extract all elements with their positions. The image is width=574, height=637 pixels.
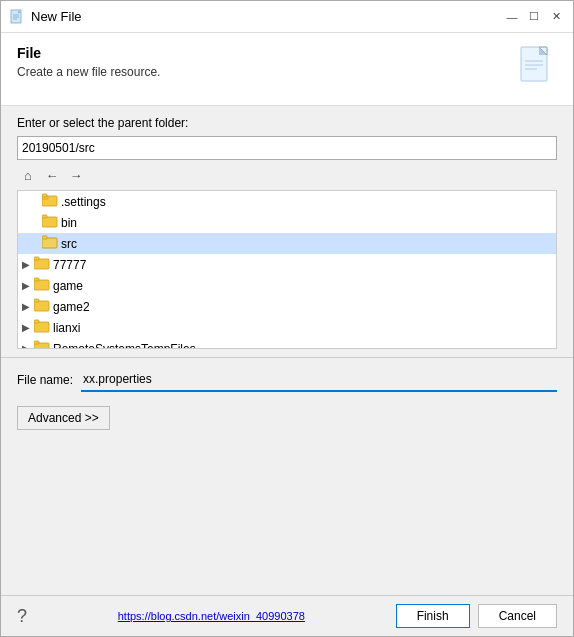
svg-rect-23 bbox=[34, 299, 39, 302]
header-description: Create a new file resource. bbox=[17, 65, 509, 79]
folder-icon-lianxi bbox=[34, 319, 50, 336]
svg-rect-18 bbox=[34, 259, 49, 269]
tree-label-lianxi: lianxi bbox=[53, 321, 80, 335]
tree-item-game[interactable]: ▶ game bbox=[18, 275, 556, 296]
home-button[interactable]: ⌂ bbox=[17, 164, 39, 186]
advanced-button[interactable]: Advanced >> bbox=[17, 406, 110, 430]
expand-icon-77777: ▶ bbox=[18, 259, 34, 270]
tree-label-settings: .settings bbox=[61, 195, 106, 209]
close-button[interactable]: ✕ bbox=[547, 8, 565, 26]
tree-item-bin[interactable]: bin bbox=[18, 212, 556, 233]
tree-label-bin: bin bbox=[61, 216, 77, 230]
svg-rect-15 bbox=[42, 215, 47, 218]
folder-label: Enter or select the parent folder: bbox=[17, 116, 557, 130]
window-icon bbox=[9, 9, 25, 25]
tree-item-remotesystems[interactable]: ▶ RemoteSystemsTempFiles bbox=[18, 338, 556, 349]
back-button[interactable]: ← bbox=[41, 164, 63, 186]
tree-item-77777[interactable]: ▶ 77777 bbox=[18, 254, 556, 275]
tree-label-src: src bbox=[61, 237, 77, 251]
forward-button[interactable]: → bbox=[65, 164, 87, 186]
maximize-button[interactable]: ☐ bbox=[525, 8, 543, 26]
tree-item-settings[interactable]: .settings bbox=[18, 191, 556, 212]
footer-buttons: Finish Cancel bbox=[396, 604, 557, 628]
svg-rect-19 bbox=[34, 257, 39, 260]
folder-icon-settings bbox=[42, 193, 58, 210]
svg-rect-17 bbox=[42, 236, 47, 239]
tree-label-game2: game2 bbox=[53, 300, 90, 314]
header-section: File Create a new file resource. bbox=[1, 33, 573, 106]
filename-section: File name: bbox=[1, 358, 573, 402]
filename-label: File name: bbox=[17, 373, 73, 387]
svg-rect-13 bbox=[42, 194, 47, 197]
tree-item-src[interactable]: src bbox=[18, 233, 556, 254]
svg-rect-21 bbox=[34, 278, 39, 281]
expand-icon-remotesystems: ▶ bbox=[18, 343, 34, 349]
header-icon bbox=[517, 45, 557, 93]
expand-icon-game: ▶ bbox=[18, 280, 34, 291]
tree-label-game: game bbox=[53, 279, 83, 293]
help-icon[interactable]: ? bbox=[17, 606, 27, 627]
spacer bbox=[1, 438, 573, 595]
svg-rect-14 bbox=[42, 217, 57, 227]
dialog-content: File Create a new file resource. Enter o… bbox=[1, 33, 573, 636]
svg-rect-22 bbox=[34, 301, 49, 311]
filename-input[interactable] bbox=[81, 368, 557, 392]
svg-rect-27 bbox=[34, 341, 39, 344]
title-bar: New File — ☐ ✕ bbox=[1, 1, 573, 33]
folder-icon-remotesystems bbox=[34, 340, 50, 349]
svg-rect-25 bbox=[34, 320, 39, 323]
advanced-section: Advanced >> bbox=[1, 402, 573, 438]
new-file-dialog: New File — ☐ ✕ File Create a new file re… bbox=[0, 0, 574, 637]
cancel-button[interactable]: Cancel bbox=[478, 604, 557, 628]
folder-icon-game2 bbox=[34, 298, 50, 315]
window-title: New File bbox=[31, 9, 503, 24]
svg-rect-24 bbox=[34, 322, 49, 332]
tree-item-lianxi[interactable]: ▶ lianxi bbox=[18, 317, 556, 338]
footer: ? https://blog.csdn.net/weixin_40990378 … bbox=[1, 595, 573, 636]
svg-rect-20 bbox=[34, 280, 49, 290]
folder-icon-game bbox=[34, 277, 50, 294]
tree-container[interactable]: .settings bin bbox=[17, 190, 557, 349]
folder-input[interactable] bbox=[17, 136, 557, 160]
footer-url: https://blog.csdn.net/weixin_40990378 bbox=[27, 610, 396, 622]
folder-section: Enter or select the parent folder: bbox=[1, 106, 573, 160]
header-text: File Create a new file resource. bbox=[17, 45, 509, 79]
finish-button[interactable]: Finish bbox=[396, 604, 470, 628]
window-controls: — ☐ ✕ bbox=[503, 8, 565, 26]
folder-icon-bin bbox=[42, 214, 58, 231]
minimize-button[interactable]: — bbox=[503, 8, 521, 26]
tree-label-77777: 77777 bbox=[53, 258, 86, 272]
folder-icon-77777 bbox=[34, 256, 50, 273]
header-title: File bbox=[17, 45, 509, 61]
tree-item-game2[interactable]: ▶ game2 bbox=[18, 296, 556, 317]
folder-icon-src bbox=[42, 235, 58, 252]
expand-icon-lianxi: ▶ bbox=[18, 322, 34, 333]
expand-icon-game2: ▶ bbox=[18, 301, 34, 312]
tree-label-remotesystems: RemoteSystemsTempFiles bbox=[53, 342, 196, 350]
tree-toolbar: ⌂ ← → bbox=[1, 160, 573, 190]
